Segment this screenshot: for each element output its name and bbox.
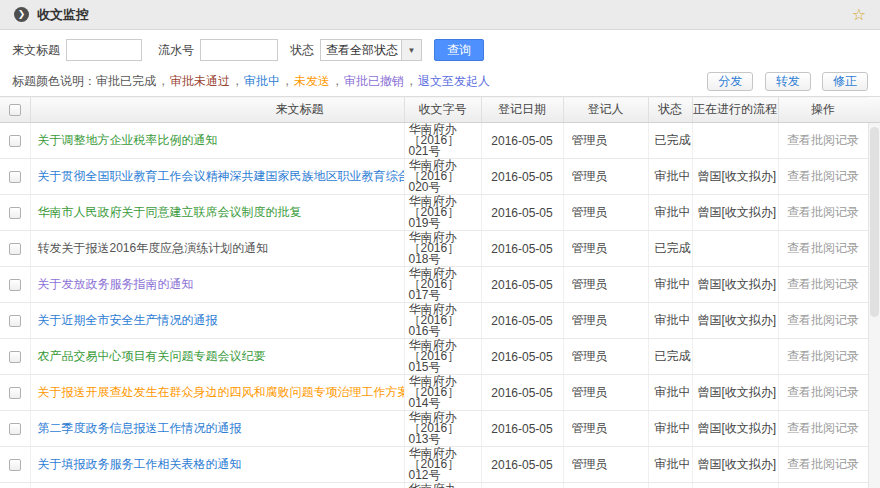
row-checkbox[interactable] (9, 207, 21, 219)
legend-item: 审批已撤销 (344, 74, 404, 88)
chevron-down-icon[interactable]: ▼ (401, 40, 421, 60)
view-approval-records-link[interactable]: 查看批阅记录 (787, 205, 859, 219)
favorite-star-icon[interactable]: ☆ (852, 7, 866, 23)
serial-filter-input[interactable] (200, 39, 278, 61)
table-row: 转发关于报送2016年度应急演练计划的通知 华南府办［2016］018号 201… (0, 231, 868, 267)
correct-button[interactable]: 修正 (822, 72, 868, 91)
row-checkbox[interactable] (9, 423, 21, 435)
scrollbar-thumb[interactable] (870, 127, 879, 317)
document-title-link[interactable]: 关于贯彻全国职业教育工作会议精神深共建国家民族地区职业教育综合...的通知 (38, 169, 405, 183)
status-text: 审批中 (648, 195, 692, 231)
current-flow: 曾国[收文拟办] (692, 159, 778, 195)
view-approval-records-link[interactable]: 查看批阅记录 (787, 349, 859, 363)
current-flow: 曾国[收文拟办] (692, 303, 778, 339)
select-all-checkbox[interactable] (9, 104, 21, 116)
doc-number: 华南府办［2016］011号 (404, 483, 481, 488)
register-date: 2016-05-05 (481, 123, 563, 159)
row-checkbox[interactable] (9, 351, 21, 363)
page-title: 收文监控 (37, 6, 89, 24)
table-row: 华南市人民政府关于同意建立联席会议制度的批复 华南府办［2016］019号 20… (0, 195, 868, 231)
current-flow (692, 231, 778, 267)
status-text: 已完成 (648, 123, 692, 159)
scrollbar-header-cap (868, 96, 880, 123)
table-header-row: 来文标题 收文字号 登记日期 登记人 状态 正在进行的流程 操作 (0, 97, 868, 123)
table-row: 农产品交易中心项目有关问题专题会议纪要 华南府办［2016］015号 2016-… (0, 339, 868, 375)
row-checkbox[interactable] (9, 243, 21, 255)
table-row: 关于华南市国资委监管企业大额资金借贷、使用专项检查方案的通知 华南府办［2016… (0, 483, 868, 488)
section-arrow-icon: ❯ (14, 7, 29, 22)
view-approval-records-link[interactable]: 查看批阅记录 (787, 457, 859, 471)
registrar-name: 管理员 (563, 303, 648, 339)
status-text: 审批中 (648, 447, 692, 483)
status-select-value: 查看全部状态 (321, 40, 401, 60)
table-row: 第二季度政务信息报送工作情况的通报 华南府办［2016］013号 2016-05… (0, 411, 868, 447)
view-approval-records-link[interactable]: 查看批阅记录 (787, 421, 859, 435)
view-approval-records-link[interactable]: 查看批阅记录 (787, 277, 859, 291)
legend-separator: ， (230, 74, 244, 88)
register-date: 2016-05-05 (481, 159, 563, 195)
doc-number: 华南府办［2016］019号 (404, 195, 481, 231)
document-title-link[interactable]: 转发关于报送2016年度应急演练计划的通知 (38, 241, 269, 255)
status-text: 审批中 (648, 483, 692, 488)
legend-item: 审批已完成 (96, 74, 156, 88)
view-approval-records-link[interactable]: 查看批阅记录 (787, 241, 859, 255)
documents-table: 来文标题 收文字号 登记日期 登记人 状态 正在进行的流程 操作 关于调整地方企… (0, 96, 869, 488)
table-row: 关于发放政务服务指南的通知 华南府办［2016］017号 2016-05-05 … (0, 267, 868, 303)
register-date: 2016-05-05 (481, 303, 563, 339)
column-header-date: 登记日期 (481, 97, 563, 123)
registrar-name: 管理员 (563, 231, 648, 267)
row-checkbox[interactable] (9, 135, 21, 147)
status-filter-label: 状态 (290, 42, 314, 59)
status-text: 审批中 (648, 303, 692, 339)
status-text: 审批中 (648, 375, 692, 411)
legend-separator: ， (404, 74, 418, 88)
title-filter-input[interactable] (66, 39, 142, 61)
distribute-button[interactable]: 分发 (707, 72, 753, 91)
column-header-title: 来文标题 (30, 97, 404, 123)
document-title-link[interactable]: 关于报送开展查处发生在群众身边的四风和腐败问题专项治理工作方案通知 (38, 385, 405, 399)
view-approval-records-link[interactable]: 查看批阅记录 (787, 385, 859, 399)
row-checkbox[interactable] (9, 387, 21, 399)
legend-item: 审批未通过 (170, 74, 230, 88)
registrar-name: 管理员 (563, 339, 648, 375)
column-header-status: 状态 (648, 97, 692, 123)
doc-number: 华南府办［2016］016号 (404, 303, 481, 339)
document-title-link[interactable]: 关于调整地方企业税率比例的通知 (38, 133, 218, 147)
register-date: 2016-05-05 (481, 267, 563, 303)
forward-button[interactable]: 转发 (765, 72, 811, 91)
page-header: ❯ 收文监控 ☆ (0, 0, 880, 30)
registrar-name: 管理员 (563, 195, 648, 231)
document-title-link[interactable]: 关于近期全市安全生产情况的通报 (38, 313, 218, 327)
document-title-link[interactable]: 第二季度政务信息报送工作情况的通报 (38, 421, 242, 435)
search-button[interactable]: 查询 (434, 39, 484, 61)
document-title-link[interactable]: 华南市人民政府关于同意建立联席会议制度的批复 (38, 205, 302, 219)
view-approval-records-link[interactable]: 查看批阅记录 (787, 313, 859, 327)
document-title-link[interactable]: 关于发放政务服务指南的通知 (38, 277, 194, 291)
row-checkbox[interactable] (9, 459, 21, 471)
status-select[interactable]: 查看全部状态 ▼ (320, 39, 422, 61)
doc-number: 华南府办［2016］021号 (404, 123, 481, 159)
view-approval-records-link[interactable]: 查看批阅记录 (787, 169, 859, 183)
document-title-link[interactable]: 关于填报政务服务工作相关表格的通知 (38, 457, 242, 471)
column-header-doc-no: 收文字号 (404, 97, 481, 123)
status-text: 已完成 (648, 231, 692, 267)
document-title-link[interactable]: 农产品交易中心项目有关问题专题会议纪要 (38, 349, 266, 363)
view-approval-records-link[interactable]: 查看批阅记录 (787, 133, 859, 147)
table-row: 关于调整地方企业税率比例的通知 华南府办［2016］021号 2016-05-0… (0, 123, 868, 159)
legend-item: 退文至发起人 (418, 74, 490, 88)
status-text: 审批中 (648, 159, 692, 195)
register-date: 2016-05-05 (481, 339, 563, 375)
vertical-scrollbar[interactable] (868, 123, 880, 488)
title-color-legend: 标题颜色说明：审批已完成，审批未通过，审批中，未发送，审批已撤销，退文至发起人 (12, 73, 490, 90)
current-flow (692, 123, 778, 159)
filter-bar: 来文标题 流水号 状态 查看全部状态 ▼ 查询 (0, 30, 880, 68)
row-checkbox[interactable] (9, 315, 21, 327)
current-flow: 曾国[收文拟办] (692, 375, 778, 411)
row-checkbox[interactable] (9, 171, 21, 183)
register-date: 2016-05-05 (481, 231, 563, 267)
row-checkbox[interactable] (9, 279, 21, 291)
registrar-name: 管理员 (563, 123, 648, 159)
status-text: 审批中 (648, 267, 692, 303)
doc-number: 华南府办［2016］017号 (404, 267, 481, 303)
table-row: 关于贯彻全国职业教育工作会议精神深共建国家民族地区职业教育综合...的通知 华南… (0, 159, 868, 195)
